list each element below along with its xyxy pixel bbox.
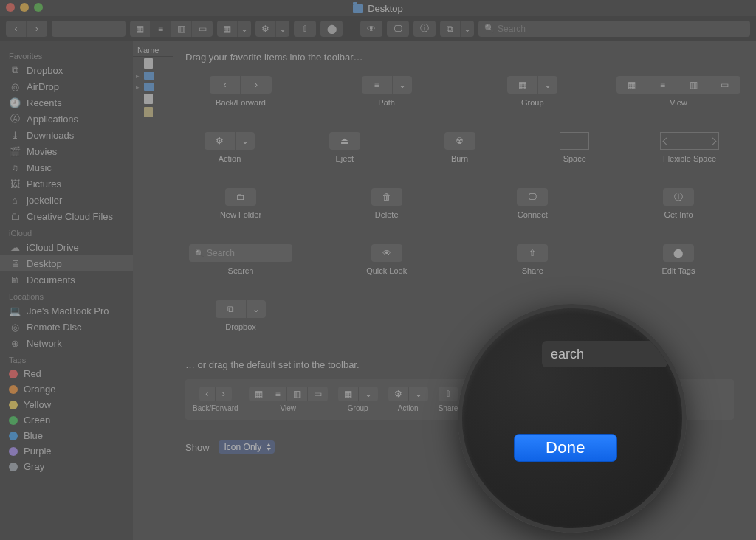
sidebar-item-documents[interactable]: 🗎Documents	[0, 271, 133, 288]
toolbar-item-action[interactable]: ⚙⌄ Action	[185, 132, 274, 169]
chevron-down-icon[interactable]: ⌄	[238, 21, 251, 37]
sidebar-tag-red[interactable]: Red	[0, 366, 133, 381]
toolbar-item-path[interactable]: ≡⌄ Path	[331, 76, 442, 113]
share-icon[interactable]: ⇧	[294, 21, 316, 37]
sidebar-item-dropbox[interactable]: ⧉Dropbox	[0, 62, 133, 78]
chevron-down-icon[interactable]: ⌄	[276, 21, 289, 37]
forward-icon: ›	[241, 76, 272, 94]
toolbar-item-flex-space[interactable]: Flexible Space	[645, 132, 734, 169]
sidebar-item-iclouddrive[interactable]: ☁iCloud Drive	[0, 239, 133, 255]
sidebar-item-music[interactable]: ♫Music	[0, 159, 133, 176]
info-icon[interactable]: ⓘ	[413, 21, 436, 37]
dropbox-icon[interactable]: ⧉	[440, 21, 461, 37]
default-back-forward[interactable]: ‹› Back/Forward	[193, 387, 238, 412]
view-switch[interactable]: ▦ ≡ ▥ ▭	[130, 21, 213, 37]
sidebar-item-desktop[interactable]: 🖥Desktop	[0, 255, 133, 271]
toolbar-item-view[interactable]: ▦≡▥▭ View	[623, 76, 734, 113]
default-view[interactable]: ▦≡▥▭ View	[249, 387, 328, 412]
sidebar-item-home[interactable]: ⌂joekeller	[0, 192, 133, 208]
list-item[interactable]: ▸	[133, 70, 173, 81]
sidebar-item-recents[interactable]: 🕘Recents	[0, 94, 133, 111]
action-control[interactable]: ⚙ ⌄	[255, 21, 289, 37]
toolbar-search[interactable]: Search	[478, 21, 750, 37]
toolbar-item-share[interactable]: ⇧ Share	[477, 244, 588, 281]
group-icon[interactable]: ▦	[217, 21, 238, 37]
sidebar-tag-yellow[interactable]: Yellow	[0, 397, 133, 412]
sidebar-tag-blue[interactable]: Blue	[0, 428, 133, 443]
toolbar-item-label: Edit Tags	[662, 266, 695, 275]
share-button[interactable]: ⇧	[294, 21, 316, 37]
connect-button[interactable]: 🖵	[387, 21, 409, 37]
list-item[interactable]	[133, 105, 173, 119]
close-window-button[interactable]	[6, 3, 15, 12]
zoom-window-button[interactable]	[34, 3, 43, 12]
default-group[interactable]: ▦⌄ Group	[338, 387, 378, 412]
toolbar-item-getinfo[interactable]: ⓘ Get Info	[623, 188, 734, 225]
default-action[interactable]: ⚙⌄ Action	[388, 387, 428, 412]
info-button[interactable]: ⓘ	[413, 21, 436, 37]
eye-icon: 👁	[371, 244, 402, 262]
disclosure-icon[interactable]: ▸	[136, 83, 142, 91]
sidebar-item-applications[interactable]: ⒶApplications	[0, 111, 133, 127]
group-control[interactable]: ▦ ⌄	[217, 21, 251, 37]
list-item[interactable]	[133, 92, 173, 105]
back-button[interactable]: ‹	[6, 21, 27, 37]
sidebar-item-macbook[interactable]: 💻Joe's MacBook Pro	[0, 302, 133, 319]
column-view-button[interactable]: ▥	[171, 21, 192, 37]
list-header-name[interactable]: Name	[133, 44, 173, 57]
edit-tags-button[interactable]: ⬤	[320, 21, 343, 37]
sidebar-tag-gray[interactable]: Gray	[0, 459, 133, 474]
default-label: Action	[398, 404, 419, 412]
toolbar-item-search[interactable]: Search Search	[185, 244, 296, 281]
gear-icon[interactable]: ⚙	[255, 21, 276, 37]
minimize-window-button[interactable]	[20, 3, 29, 12]
toolbar-item-delete[interactable]: 🗑 Delete	[331, 188, 442, 225]
sidebar-item-movies[interactable]: 🎬Movies	[0, 143, 133, 159]
show-select[interactable]: Icon Only	[219, 440, 275, 454]
sidebar-item-remotedisc[interactable]: ◎Remote Disc	[0, 319, 133, 335]
magnifier-callout: earch Done	[458, 304, 687, 533]
sidebar-item-airdrop[interactable]: ◎AirDrop	[0, 78, 133, 94]
toolbar-item-eject[interactable]: ⏏ Eject	[300, 132, 389, 169]
toolbar-item-quicklook[interactable]: 👁 Quick Look	[331, 244, 442, 281]
back-forward-control[interactable]: ‹ ›	[6, 21, 47, 37]
search-placeholder: Search	[207, 248, 235, 258]
toolbar-item-new-folder[interactable]: 🗀 New Folder	[185, 188, 296, 225]
tag-icon[interactable]: ⬤	[320, 21, 343, 37]
sidebar-item-downloads[interactable]: ⤓Downloads	[0, 127, 133, 143]
sidebar-tag-orange[interactable]: Orange	[0, 381, 133, 397]
toolbar-item-back-forward[interactable]: ‹› Back/Forward	[185, 76, 296, 113]
dropbox-control[interactable]: ⧉ ⌄	[440, 21, 474, 37]
sidebar-section-icloud: iCloud	[0, 224, 133, 239]
done-button[interactable]: Done	[514, 434, 617, 462]
forward-button[interactable]: ›	[27, 21, 47, 37]
sidebar-tag-green[interactable]: Green	[0, 412, 133, 428]
sidebar-item-creative-cloud[interactable]: 🗀Creative Cloud Files	[0, 208, 133, 224]
sidebar-item-pictures[interactable]: 🖼Pictures	[0, 176, 133, 192]
home-icon: ⌂	[9, 194, 21, 206]
path-control[interactable]	[52, 21, 126, 37]
icon-view-button[interactable]: ▦	[130, 21, 151, 37]
eye-icon[interactable]: 👁	[360, 21, 382, 37]
toolbar-item-dropbox[interactable]: ⧉⌄ Dropbox	[185, 300, 296, 337]
disclosure-icon[interactable]: ▸	[136, 72, 142, 80]
laptop-icon: 💻	[9, 305, 21, 316]
default-share[interactable]: ⇧ Share	[439, 387, 458, 412]
sidebar-tag-purple[interactable]: Purple	[0, 443, 133, 459]
tag-dot-icon	[9, 416, 18, 425]
chevron-down-icon[interactable]: ⌄	[461, 21, 474, 37]
toolbar-item-group[interactable]: ▦⌄ Group	[477, 76, 588, 113]
list-item[interactable]	[133, 57, 173, 70]
connect-icon[interactable]: 🖵	[387, 21, 409, 37]
quicklook-button[interactable]: 👁	[360, 21, 382, 37]
toolbar-item-edit-tags[interactable]: ⬤ Edit Tags	[623, 244, 734, 281]
list-item[interactable]: ▸	[133, 81, 173, 92]
toolbar-item-space[interactable]: Space	[530, 132, 619, 169]
done-button-label: Done	[546, 438, 585, 457]
sidebar-item-network[interactable]: ⊕Network	[0, 335, 133, 351]
gallery-view-button[interactable]: ▭	[192, 21, 213, 37]
toolbar-item-connect[interactable]: 🖵 Connect	[477, 188, 588, 225]
sidebar-item-label: Remote Disc	[27, 322, 81, 333]
list-view-button[interactable]: ≡	[151, 21, 171, 37]
toolbar-item-burn[interactable]: ☢ Burn	[416, 132, 504, 169]
